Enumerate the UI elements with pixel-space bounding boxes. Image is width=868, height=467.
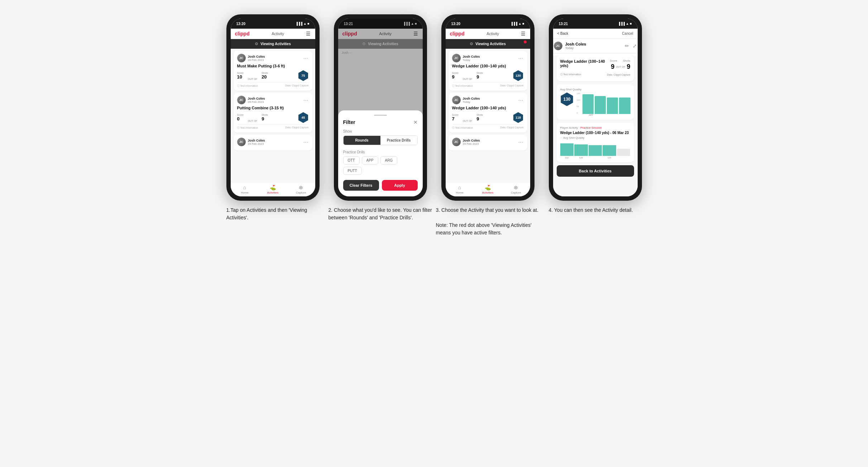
filter-actions: Clear Filters Apply	[343, 180, 418, 191]
y-label-0: 0	[577, 112, 580, 114]
practice-session-card-4: Player Activity · Practice Session Wedge…	[557, 123, 634, 162]
more-icon-1-2[interactable]: ···	[303, 97, 309, 103]
nav-activities-label-3: Activities	[482, 191, 494, 194]
logo-1: clippd	[235, 31, 250, 37]
tag-app[interactable]: APP	[362, 156, 378, 165]
sq-badge-1-2: 45	[298, 112, 309, 123]
activity-card-1-1[interactable]: JC Josh Coles 28 Feb 2023 ··· Must Make …	[234, 51, 312, 91]
mini-bar-5	[617, 149, 630, 156]
more-icon-3-1[interactable]: ···	[518, 55, 524, 61]
nav-home-3[interactable]: ⌂ Home	[446, 185, 474, 194]
app-header-1: clippd Activity ☰	[231, 29, 315, 39]
user-info-1-1: JC Josh Coles 28 Feb 2023	[237, 54, 265, 62]
user-name-date-3-1: Josh Coles Today	[463, 55, 480, 62]
stats-row-3-1: Score 9 OUT OF Shots 9 130	[452, 70, 524, 81]
score-value-3-1: 9	[452, 74, 459, 80]
activity-card-1-3[interactable]: JC Josh Coles 28 Feb 2023 ···	[234, 135, 312, 151]
filter-close-btn[interactable]: ✕	[413, 119, 418, 125]
shots-value-3-1: 9	[476, 74, 483, 80]
shots-value-1-2: 9	[262, 116, 268, 121]
user-info-1-2: JC Josh Coles 28 Feb 2023	[237, 96, 265, 104]
activity-card-1-2[interactable]: JC Josh Coles 28 Feb 2023 ··· Putting Co…	[234, 93, 312, 133]
activity-card-3-2[interactable]: JC Josh Coles Today ··· Wedge Ladder (10…	[449, 93, 527, 133]
avatar-4: JC	[554, 42, 562, 50]
status-bar-1: 13:20 ▐▐▐ ▲ ■	[231, 19, 315, 29]
settings-icon-1: ⚙	[255, 42, 258, 46]
nav-activities-1[interactable]: ⛳ Activities	[259, 185, 287, 194]
sq-badge-3-1: 130	[513, 70, 524, 81]
clear-filters-btn[interactable]: Clear Filters	[343, 180, 379, 191]
activity-card-3-1[interactable]: JC Josh Coles Today ··· Wedge Ladder (10…	[449, 51, 527, 91]
app-header-3: clippd Activity ☰	[446, 29, 530, 39]
cancel-btn-4[interactable]: Cancel	[622, 32, 633, 35]
user-date-1-1: 28 Feb 2023	[248, 58, 265, 62]
phone-col-3: 13:20 ▐▐▐ ▲ ■ clippd Activity ☰ ⚙ Viewin…	[440, 14, 536, 237]
score-label-1-1: Score	[237, 72, 244, 74]
user-date-1-2: 28 Feb 2023	[248, 100, 265, 104]
activity-card-3-3[interactable]: JC Josh Coles 28 Feb 2023 ···	[449, 135, 527, 151]
back-btn-4[interactable]: < Back	[557, 32, 569, 35]
footer-left-3-1: ⓘ Test Information	[452, 84, 473, 88]
avatar-1-1: JC	[237, 54, 246, 62]
header-title-1: Activity	[272, 32, 284, 36]
notch-1	[260, 20, 286, 26]
apply-btn[interactable]: Apply	[382, 180, 418, 191]
tag-arg[interactable]: ARG	[380, 156, 398, 165]
shots-group-3-1: Shots 9	[476, 72, 483, 80]
activity-list-1: JC Josh Coles 28 Feb 2023 ··· Must Make …	[231, 49, 315, 182]
detail-card-title-4: Wedge Ladder (100–140 yds)	[560, 59, 607, 68]
tag-ott[interactable]: OTT	[343, 156, 360, 165]
nav-activities-3[interactable]: ⛳ Activities	[474, 185, 502, 194]
user-name-3-1: Josh Coles	[463, 55, 480, 58]
card-title-3-1: Wedge Ladder (100–140 yds)	[452, 64, 524, 68]
time-3: 13:20	[451, 22, 461, 26]
sq-badge-1-1: 75	[298, 70, 309, 81]
detail-user-info-4: JC Josh Coles Today	[554, 42, 586, 50]
more-icon-1-1[interactable]: ···	[303, 55, 309, 61]
menu-icon-1[interactable]: ☰	[306, 31, 311, 37]
filter-overlay-2: Filter ✕ Show Rounds Practice Drills Pra…	[338, 19, 423, 196]
user-name-1-3: Josh Coles	[248, 139, 265, 142]
rounds-toggle[interactable]: Rounds	[344, 136, 380, 145]
card-footer-1-1: ⓘ Test Information Data: Clippd Capture	[237, 82, 309, 88]
red-dot-3	[524, 40, 527, 43]
user-name-date-1-3: Josh Coles 28 Feb 2023	[248, 139, 265, 146]
more-icon-1-3[interactable]: ···	[303, 139, 309, 145]
filter-title: Filter	[343, 119, 355, 125]
nav-home-1[interactable]: ⌂ Home	[231, 185, 259, 194]
menu-icon-3[interactable]: ☰	[521, 31, 526, 37]
avg-sq-label-4: Avg Shot Quality	[560, 88, 630, 91]
card-header-3-2: JC Josh Coles Today ···	[452, 96, 524, 104]
edit-icon-4[interactable]: ✏	[625, 43, 629, 49]
filter-toggle-row: Rounds Practice Drills	[343, 135, 418, 145]
nav-activities-label-1: Activities	[267, 191, 279, 194]
practice-drills-toggle[interactable]: Practice Drills	[380, 136, 417, 145]
viewing-bar-1[interactable]: ⚙ Viewing Activities	[231, 39, 315, 49]
out-of-1-1: OUT OF	[248, 78, 257, 81]
sq-badge-3-2: 118	[513, 112, 524, 123]
nav-capture-label-3: Capture	[511, 191, 521, 194]
score-value-3-2: 7	[452, 116, 459, 121]
tag-putt[interactable]: PUTT	[343, 167, 362, 175]
more-icon-3-3[interactable]: ···	[518, 139, 524, 145]
notch-4	[583, 20, 608, 26]
mini-bar-2	[574, 144, 588, 156]
header-title-3: Activity	[486, 32, 499, 36]
detail-scroll-4: Wedge Ladder (100–140 yds) Score Shots 9…	[553, 56, 638, 196]
user-name-3-3: Josh Coles	[463, 139, 480, 142]
back-to-activities-btn-4[interactable]: Back to Activities	[557, 165, 634, 177]
viewing-bar-3[interactable]: ⚙ Viewing Activities	[446, 39, 530, 49]
detail-out-of-4: OUT OF	[616, 66, 625, 68]
more-icon-3-2[interactable]: ···	[518, 97, 524, 103]
data-capture-4: Data: Clippd Capture	[607, 73, 630, 76]
card-header-1-2: JC Josh Coles 28 Feb 2023 ···	[237, 96, 309, 104]
viewing-label-1: Viewing Activities	[260, 42, 291, 46]
shots-group-1-2: Shots 9	[262, 114, 268, 121]
nav-capture-3[interactable]: ⊕ Capture	[502, 185, 530, 194]
nav-capture-1[interactable]: ⊕ Capture	[287, 185, 315, 194]
shots-group-1-1: Shots 20	[262, 72, 268, 80]
phone-screen-3: 13:20 ▐▐▐ ▲ ■ clippd Activity ☰ ⚙ Viewin…	[446, 19, 530, 196]
expand-icon-4[interactable]: ⤢	[633, 43, 637, 49]
detail-user-date-4: Today	[565, 46, 586, 50]
detail-main-card-4: Wedge Ladder (100–140 yds) Score Shots 9…	[557, 56, 634, 81]
